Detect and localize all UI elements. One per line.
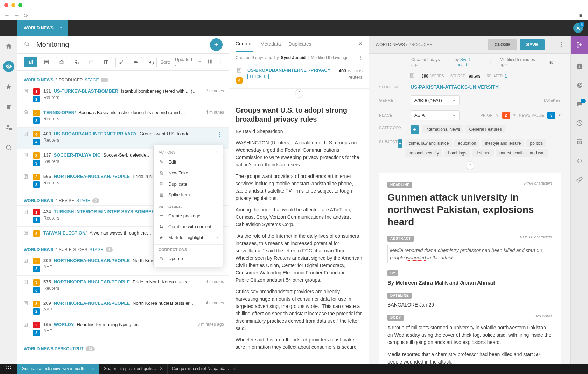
ctx-spike[interactable]: 🗑Spike Item (154, 189, 223, 200)
add-category-button[interactable]: + (411, 125, 419, 134)
item-menu-icon[interactable]: ⋮ (216, 131, 224, 145)
subject-tag[interactable]: lifestyle and leisure (482, 139, 524, 147)
bottom-tab[interactable]: Congo militia chief Ntaganda...✕ (168, 364, 240, 374)
ctx-duplicate[interactable]: ⧉Duplicate (154, 178, 223, 189)
filter-photo-icon[interactable] (56, 57, 68, 67)
monitoring-icon[interactable] (0, 60, 18, 73)
add-subject-button[interactable]: + (398, 139, 402, 148)
reload-icon[interactable]: ⟳ (24, 12, 28, 19)
archive-icon[interactable] (571, 136, 588, 148)
sort-dropdown[interactable]: Updated ▾ (175, 57, 192, 67)
more-icon[interactable]: ⋮ (218, 59, 223, 65)
trash-icon[interactable] (0, 101, 18, 113)
place-select[interactable]: ASIA (411, 110, 460, 120)
filter-icon[interactable] (197, 59, 203, 65)
story-item[interactable]: 32 209NORTHKOREA-NUCLEAR/PEOPLENorth Kor… (18, 297, 229, 318)
window-minimize[interactable] (11, 3, 15, 7)
filter-audio-icon[interactable] (146, 57, 157, 67)
stage-header[interactable]: WORLD NEWS/PRODUCER STAGE5 (18, 75, 229, 85)
tab-close-icon[interactable]: ✕ (232, 366, 236, 371)
story-item[interactable]: 22 165WORLDYHeadline for running typing … (18, 318, 229, 339)
byline-input[interactable]: By Mehreen Zahra-Malik and Jibran Ahmad (387, 280, 552, 286)
body-paragraph[interactable]: A group of militants stormed a universit… (387, 324, 552, 346)
subject-tag[interactable]: politics (526, 139, 546, 147)
columns-icon[interactable] (208, 59, 213, 65)
info-icon[interactable]: i (571, 60, 588, 73)
search-icon[interactable] (24, 41, 30, 49)
tab-content[interactable]: Content (236, 36, 253, 52)
story-item[interactable]: 33 TENNIS-OPEN/Bosnia's Basic hits a sho… (18, 106, 229, 127)
ctx-edit[interactable]: ✎Edit (154, 157, 223, 167)
ctx-create-package[interactable]: ▭Create package (154, 210, 223, 221)
link-icon[interactable] (571, 173, 588, 186)
tab-close-icon[interactable]: ✕ (91, 366, 95, 371)
home-icon[interactable] (0, 40, 18, 52)
filter-highlight-icon[interactable] (115, 57, 127, 67)
ctx-combine[interactable]: ⇆Combine with current (154, 221, 223, 232)
tab-duplicates[interactable]: Duplicates (288, 36, 311, 52)
close-button[interactable]: CLOSE (488, 39, 517, 50)
abstract-input[interactable]: Media reported that a chemistry professo… (387, 245, 552, 263)
collapse-up-icon[interactable]: ⌃ (466, 161, 474, 170)
add-button[interactable]: + (210, 38, 223, 51)
forward-icon[interactable]: → (14, 12, 20, 19)
refresh-icon[interactable] (571, 79, 588, 92)
chevron-down-icon[interactable]: ⌄ (557, 60, 561, 65)
bottom-tab[interactable]: Gunman attack university in north...✕ (18, 364, 99, 374)
window-close[interactable] (4, 3, 8, 7)
filter-graphic-icon[interactable] (71, 57, 82, 67)
theme-toggle-icon[interactable]: ◐ (550, 60, 553, 65)
filter-video-icon[interactable] (131, 57, 142, 67)
user-avatar[interactable]: A 8 (573, 23, 583, 33)
ctx-mark-highlight[interactable]: ★Mark for highlight› (154, 232, 223, 243)
content-more-icon[interactable]: ⋮ (358, 55, 363, 60)
headline-input[interactable]: Gunmen attack university in northwest Pa… (387, 191, 552, 228)
newsvalue-badge[interactable]: 3 (547, 112, 555, 119)
subject-tag[interactable]: crime, law and justice (405, 139, 453, 147)
back-icon[interactable]: ← (4, 12, 10, 19)
body-paragraph[interactable]: Media reported that a chemistry professo… (387, 351, 552, 364)
ctx-update[interactable]: ✎Update (154, 253, 223, 264)
subject-tag[interactable]: education (454, 139, 479, 147)
editor-body[interactable]: HEADLINE64/64 characters Gunmen attack u… (379, 173, 561, 364)
star-icon[interactable] (0, 80, 18, 93)
stage-header[interactable]: WORLD NEWS DESKOUTPUT14 (18, 344, 229, 353)
dateline-input[interactable]: BANGALORE Jan 29 (387, 302, 552, 308)
search-config-icon[interactable] (0, 141, 18, 154)
tab-metadata[interactable]: Metadata (260, 36, 281, 52)
close-menu-icon[interactable]: ✕ (215, 150, 218, 154)
hamburger-menu-icon[interactable] (0, 20, 18, 36)
apps-grid-icon[interactable] (0, 364, 18, 374)
subject-tag[interactable]: bombings (444, 149, 470, 157)
bottom-tab[interactable]: Guatemala president quits...✕ (99, 364, 168, 374)
filter-all-button[interactable]: all (24, 57, 37, 67)
save-button[interactable]: SAVE (520, 39, 545, 50)
filter-composite-icon[interactable] (101, 57, 112, 67)
priority-badge[interactable]: 2 (502, 112, 510, 119)
subject-tag[interactable]: defence (472, 149, 494, 157)
close-icon[interactable]: ✕ (358, 41, 363, 47)
category-tag[interactable]: International News (422, 125, 463, 133)
window-maximize[interactable] (18, 3, 22, 7)
story-item[interactable]: 11 131US-TURKEY-BLAST-BOMBERIstanbul bom… (18, 85, 229, 106)
preview-icon[interactable] (548, 41, 555, 48)
ctx-new-take[interactable]: ⎘New Take (154, 167, 223, 178)
chat-icon[interactable]: 1 (571, 98, 588, 110)
tab-close-icon[interactable]: ✕ (160, 366, 163, 371)
subject-tag[interactable]: national security (405, 149, 443, 157)
history-icon[interactable] (571, 117, 588, 129)
filter-text-icon[interactable] (41, 57, 52, 67)
workspace-dropdown[interactable]: WORLD NEWS (18, 20, 68, 36)
genre-select[interactable]: Article (news) (411, 95, 460, 105)
code-icon[interactable] (571, 154, 588, 167)
category-tag[interactable]: General Features (465, 125, 505, 133)
browser-menu-icon[interactable]: ≡ (579, 13, 582, 19)
user-lock-icon[interactable] (0, 121, 18, 134)
slugline-input[interactable]: US-PAKISTAN-ATTACKS-UNIVERSITY (411, 84, 499, 90)
collapse-up-icon[interactable]: ⌃ (295, 89, 303, 98)
filter-package-icon[interactable] (86, 57, 97, 67)
exit-icon[interactable] (571, 36, 588, 54)
more-icon[interactable]: ⋮ (559, 41, 564, 48)
subject-tag[interactable]: unrest, conflicts and war (496, 149, 548, 157)
story-item[interactable]: 33 575NORTHKOREA-NUCLEAR/PEOPLEPride in … (18, 275, 229, 297)
